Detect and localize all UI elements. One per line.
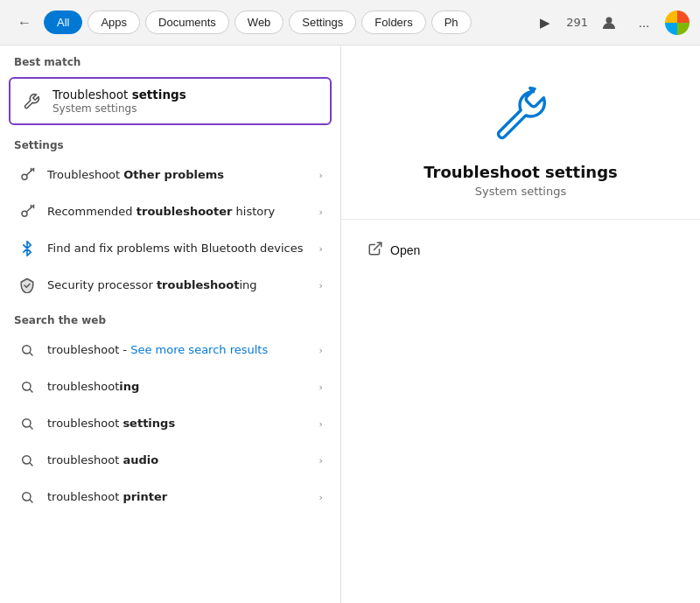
list-item-web-5[interactable]: troubleshoot printer › [4,479,337,515]
svg-line-10 [30,353,32,355]
security-processor-text: Security processor troubleshooting [47,277,309,293]
main-layout: Best match Troubleshoot settings System … [0,46,700,603]
right-panel: Troubleshoot settings System settings Op… [341,46,700,603]
tab-ph[interactable]: Ph [431,11,472,34]
tab-web[interactable]: Web [234,11,284,34]
chevron-icon-4: › [319,280,323,291]
detail-actions: Open [341,220,700,281]
profile-icon-button[interactable] [595,9,623,37]
svg-line-18 [30,500,32,502]
web-section-label: Search the web [0,304,340,332]
left-panel: Best match Troubleshoot settings System … [0,46,341,603]
list-item-web-2[interactable]: troubleshooting › [4,368,337,405]
key-icon-2 [18,202,37,221]
chevron-icon-3: › [319,243,323,255]
chevron-icon-7: › [319,418,323,430]
tab-apps[interactable]: Apps [88,11,140,34]
best-match-text: Troubleshoot settings System settings [52,88,186,115]
detail-icon [486,81,556,151]
svg-line-12 [30,389,32,392]
key-icon-1 [18,165,37,185]
best-match-item[interactable]: Troubleshoot settings System settings [9,77,332,125]
web-item-1-text: troubleshoot - See more search results [47,342,309,358]
more-button[interactable]: ... [630,9,658,37]
topbar: ← All Apps Documents Web Settings Folder… [0,0,700,46]
bluetooth-icon [18,239,37,258]
chevron-icon-9: › [319,492,323,503]
settings-section-label: Settings [0,129,340,157]
tab-all[interactable]: All [44,11,82,34]
svg-line-19 [374,242,382,249]
svg-line-2 [26,169,33,176]
svg-line-6 [26,206,33,213]
search-icon-2 [18,377,37,396]
tab-settings[interactable]: Settings [289,11,356,34]
detail-title: Troubleshoot settings [424,163,617,181]
open-label: Open [390,243,420,257]
search-icon-4 [18,451,37,470]
list-item-web-3[interactable]: troubleshoot settings › [4,405,337,442]
tab-folders[interactable]: Folders [361,11,425,34]
chevron-icon-2: › [319,207,323,218]
chevron-icon-8: › [319,455,323,466]
list-item-other-problems[interactable]: Troubleshoot Other problems › [4,157,337,193]
best-match-label: Best match [0,46,340,74]
best-match-subtitle: System settings [52,102,186,115]
search-icon-5 [18,487,37,507]
list-item-web-4[interactable]: troubleshoot audio › [4,442,337,479]
windows-logo [665,11,690,35]
web-item-4-text: troubleshoot audio [47,452,309,468]
result-count: 291 [566,16,588,29]
svg-line-16 [30,463,32,466]
best-match-title: Troubleshoot settings [52,88,186,102]
other-problems-text: Troubleshoot Other problems [47,167,309,183]
play-button[interactable]: ▶ [531,9,559,37]
shield-icon [18,276,37,295]
list-item-web-1[interactable]: troubleshoot - See more search results › [4,332,337,368]
detail-top: Troubleshoot settings System settings [341,46,700,220]
web-item-3-text: troubleshoot settings [47,416,309,431]
bluetooth-text: Find and fix problems with Bluetooth dev… [47,241,309,256]
chevron-icon-6: › [319,382,323,393]
list-item-troubleshooter-history[interactable]: Recommended troubleshooter history › [4,193,337,230]
external-link-icon [368,241,383,260]
back-button[interactable]: ← [10,9,38,37]
web-item-2-text: troubleshooting [47,379,309,395]
web-item-5-text: troubleshoot printer [47,489,309,505]
wrench-icon [21,91,42,112]
open-button[interactable]: Open [359,234,429,267]
search-icon-3 [18,414,37,433]
svg-line-14 [30,426,32,429]
topbar-right: ▶ 291 ... [531,9,690,37]
svg-point-0 [606,17,612,23]
list-item-security-processor[interactable]: Security processor troubleshooting › [4,267,337,304]
troubleshooter-history-text: Recommended troubleshooter history [47,204,309,220]
chevron-icon-1: › [319,170,323,181]
tab-documents[interactable]: Documents [145,11,229,34]
search-icon-1 [18,340,37,360]
detail-subtitle: System settings [475,185,566,198]
chevron-icon-5: › [319,345,323,356]
list-item-bluetooth[interactable]: Find and fix problems with Bluetooth dev… [4,230,337,267]
